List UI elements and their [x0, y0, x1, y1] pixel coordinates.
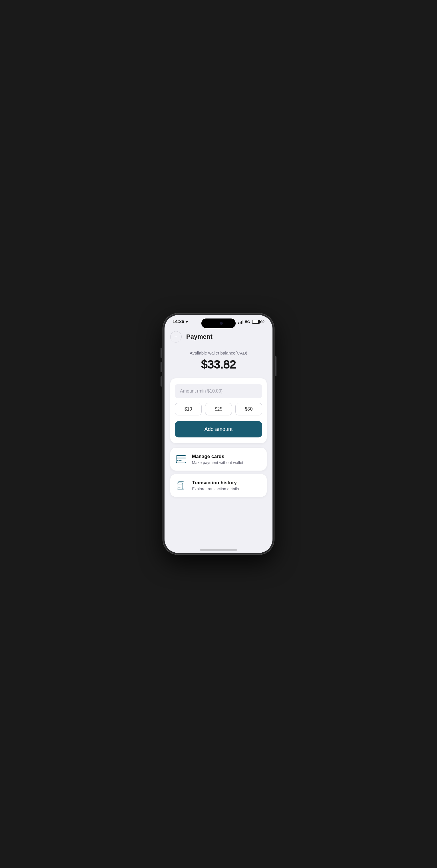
document-icon	[175, 479, 188, 492]
quick-amounts: $10 $25 $50	[175, 403, 262, 415]
page-title: Payment	[186, 333, 212, 341]
amount-25-button[interactable]: $25	[205, 403, 232, 415]
home-indicator	[165, 545, 272, 553]
svg-rect-2	[177, 460, 180, 461]
manage-cards-title: Manage cards	[192, 454, 243, 460]
network-type: 5G	[245, 320, 250, 324]
home-bar	[200, 549, 237, 551]
amount-10-button[interactable]: $10	[175, 403, 202, 415]
transaction-history-title: Transaction history	[192, 480, 239, 486]
camera-dot	[220, 322, 223, 325]
signal-icon	[238, 320, 243, 323]
balance-label: Available wallet balance(CAD)	[170, 350, 267, 355]
transaction-history-item[interactable]: Transaction history Explore transaction …	[170, 474, 267, 497]
credit-card-icon	[175, 453, 188, 465]
phone-frame: 14:26 ➤ 5G 80	[163, 313, 274, 555]
transaction-history-text: Transaction history Explore transaction …	[192, 480, 239, 491]
main-content: ← Payment Available wallet balance(CAD) …	[165, 327, 272, 545]
phone-screen: 14:26 ➤ 5G 80	[165, 315, 272, 553]
manage-cards-text: Manage cards Make payment without wallet	[192, 454, 243, 465]
svg-rect-1	[176, 458, 186, 459]
dynamic-island	[201, 318, 236, 328]
add-amount-button[interactable]: Add amount	[175, 421, 262, 437]
amount-50-button[interactable]: $50	[235, 403, 262, 415]
location-arrow-icon: ➤	[186, 320, 188, 323]
amount-input[interactable]: Amount (min $10.00)	[175, 384, 262, 398]
battery-icon: 80	[252, 320, 265, 324]
balance-section: Available wallet balance(CAD) $33.82	[170, 350, 267, 371]
svg-rect-3	[180, 460, 182, 461]
svg-rect-0	[176, 456, 186, 463]
amount-card: Amount (min $10.00) $10 $25 $50 Add amou…	[170, 378, 267, 443]
manage-cards-subtitle: Make payment without wallet	[192, 460, 243, 465]
balance-amount: $33.82	[170, 358, 267, 371]
transaction-history-subtitle: Explore transaction details	[192, 487, 239, 491]
back-arrow-icon: ←	[174, 335, 178, 339]
status-time: 14:26 ➤	[172, 319, 188, 324]
back-button[interactable]: ←	[170, 331, 182, 342]
battery-percent: 80	[261, 320, 265, 324]
time-display: 14:26	[172, 319, 184, 324]
page-header: ← Payment	[170, 331, 267, 342]
status-right: 5G 80	[238, 320, 265, 324]
manage-cards-item[interactable]: Manage cards Make payment without wallet	[170, 448, 267, 471]
